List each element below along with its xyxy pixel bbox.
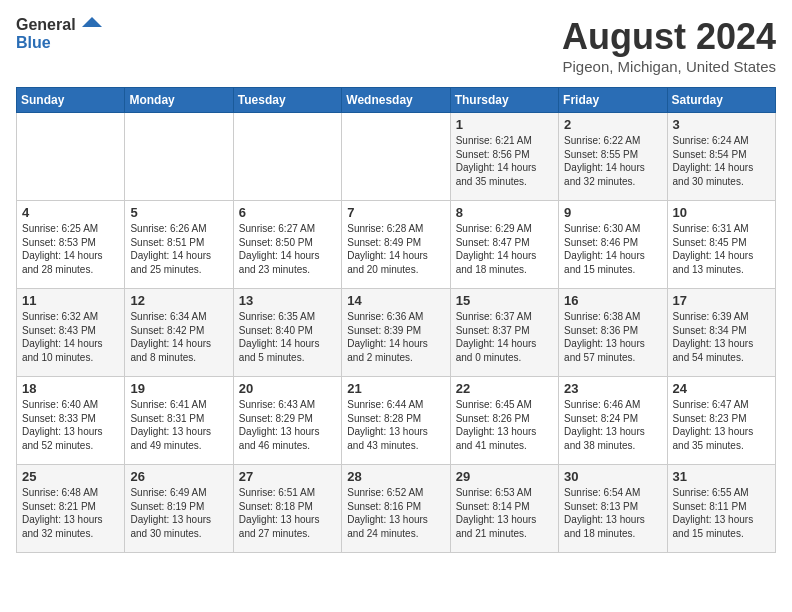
table-row bbox=[125, 113, 233, 201]
day-info: Sunrise: 6:41 AM Sunset: 8:31 PM Dayligh… bbox=[130, 398, 227, 452]
logo-blue: Blue bbox=[16, 34, 76, 52]
logo: General Blue bbox=[16, 16, 102, 51]
table-row: 20Sunrise: 6:43 AM Sunset: 8:29 PM Dayli… bbox=[233, 377, 341, 465]
table-row: 14Sunrise: 6:36 AM Sunset: 8:39 PM Dayli… bbox=[342, 289, 450, 377]
day-number: 26 bbox=[130, 469, 227, 484]
header-sunday: Sunday bbox=[17, 88, 125, 113]
day-number: 4 bbox=[22, 205, 119, 220]
day-number: 9 bbox=[564, 205, 661, 220]
day-info: Sunrise: 6:32 AM Sunset: 8:43 PM Dayligh… bbox=[22, 310, 119, 364]
day-info: Sunrise: 6:48 AM Sunset: 8:21 PM Dayligh… bbox=[22, 486, 119, 540]
day-info: Sunrise: 6:27 AM Sunset: 8:50 PM Dayligh… bbox=[239, 222, 336, 276]
header-friday: Friday bbox=[559, 88, 667, 113]
table-row: 23Sunrise: 6:46 AM Sunset: 8:24 PM Dayli… bbox=[559, 377, 667, 465]
day-number: 30 bbox=[564, 469, 661, 484]
day-info: Sunrise: 6:30 AM Sunset: 8:46 PM Dayligh… bbox=[564, 222, 661, 276]
day-info: Sunrise: 6:24 AM Sunset: 8:54 PM Dayligh… bbox=[673, 134, 770, 188]
day-info: Sunrise: 6:54 AM Sunset: 8:13 PM Dayligh… bbox=[564, 486, 661, 540]
day-number: 24 bbox=[673, 381, 770, 396]
header-monday: Monday bbox=[125, 88, 233, 113]
day-info: Sunrise: 6:55 AM Sunset: 8:11 PM Dayligh… bbox=[673, 486, 770, 540]
table-row: 12Sunrise: 6:34 AM Sunset: 8:42 PM Dayli… bbox=[125, 289, 233, 377]
table-row: 7Sunrise: 6:28 AM Sunset: 8:49 PM Daylig… bbox=[342, 201, 450, 289]
day-info: Sunrise: 6:47 AM Sunset: 8:23 PM Dayligh… bbox=[673, 398, 770, 452]
day-info: Sunrise: 6:22 AM Sunset: 8:55 PM Dayligh… bbox=[564, 134, 661, 188]
day-number: 29 bbox=[456, 469, 553, 484]
table-row: 10Sunrise: 6:31 AM Sunset: 8:45 PM Dayli… bbox=[667, 201, 775, 289]
calendar-table: Sunday Monday Tuesday Wednesday Thursday… bbox=[16, 87, 776, 553]
day-info: Sunrise: 6:39 AM Sunset: 8:34 PM Dayligh… bbox=[673, 310, 770, 364]
day-number: 27 bbox=[239, 469, 336, 484]
table-row: 26Sunrise: 6:49 AM Sunset: 8:19 PM Dayli… bbox=[125, 465, 233, 553]
calendar-week-row: 25Sunrise: 6:48 AM Sunset: 8:21 PM Dayli… bbox=[17, 465, 776, 553]
header-thursday: Thursday bbox=[450, 88, 558, 113]
table-row: 4Sunrise: 6:25 AM Sunset: 8:53 PM Daylig… bbox=[17, 201, 125, 289]
day-number: 28 bbox=[347, 469, 444, 484]
day-number: 7 bbox=[347, 205, 444, 220]
table-row: 1Sunrise: 6:21 AM Sunset: 8:56 PM Daylig… bbox=[450, 113, 558, 201]
day-number: 19 bbox=[130, 381, 227, 396]
day-info: Sunrise: 6:26 AM Sunset: 8:51 PM Dayligh… bbox=[130, 222, 227, 276]
logo-general: General bbox=[16, 16, 76, 34]
day-info: Sunrise: 6:45 AM Sunset: 8:26 PM Dayligh… bbox=[456, 398, 553, 452]
day-number: 23 bbox=[564, 381, 661, 396]
table-row: 13Sunrise: 6:35 AM Sunset: 8:40 PM Dayli… bbox=[233, 289, 341, 377]
day-number: 13 bbox=[239, 293, 336, 308]
day-number: 3 bbox=[673, 117, 770, 132]
day-number: 25 bbox=[22, 469, 119, 484]
logo-arrow-icon bbox=[82, 17, 102, 37]
table-row: 29Sunrise: 6:53 AM Sunset: 8:14 PM Dayli… bbox=[450, 465, 558, 553]
table-row bbox=[17, 113, 125, 201]
header-wednesday: Wednesday bbox=[342, 88, 450, 113]
day-number: 2 bbox=[564, 117, 661, 132]
page-header: General Blue August 2024 Pigeon, Michiga… bbox=[16, 16, 776, 75]
day-info: Sunrise: 6:34 AM Sunset: 8:42 PM Dayligh… bbox=[130, 310, 227, 364]
table-row: 28Sunrise: 6:52 AM Sunset: 8:16 PM Dayli… bbox=[342, 465, 450, 553]
day-info: Sunrise: 6:43 AM Sunset: 8:29 PM Dayligh… bbox=[239, 398, 336, 452]
svg-marker-0 bbox=[82, 17, 102, 27]
day-number: 14 bbox=[347, 293, 444, 308]
calendar-week-row: 4Sunrise: 6:25 AM Sunset: 8:53 PM Daylig… bbox=[17, 201, 776, 289]
table-row: 17Sunrise: 6:39 AM Sunset: 8:34 PM Dayli… bbox=[667, 289, 775, 377]
day-info: Sunrise: 6:31 AM Sunset: 8:45 PM Dayligh… bbox=[673, 222, 770, 276]
day-info: Sunrise: 6:29 AM Sunset: 8:47 PM Dayligh… bbox=[456, 222, 553, 276]
calendar-week-row: 1Sunrise: 6:21 AM Sunset: 8:56 PM Daylig… bbox=[17, 113, 776, 201]
day-info: Sunrise: 6:52 AM Sunset: 8:16 PM Dayligh… bbox=[347, 486, 444, 540]
day-info: Sunrise: 6:46 AM Sunset: 8:24 PM Dayligh… bbox=[564, 398, 661, 452]
day-number: 16 bbox=[564, 293, 661, 308]
day-number: 12 bbox=[130, 293, 227, 308]
table-row: 18Sunrise: 6:40 AM Sunset: 8:33 PM Dayli… bbox=[17, 377, 125, 465]
day-info: Sunrise: 6:28 AM Sunset: 8:49 PM Dayligh… bbox=[347, 222, 444, 276]
table-row: 6Sunrise: 6:27 AM Sunset: 8:50 PM Daylig… bbox=[233, 201, 341, 289]
table-row: 21Sunrise: 6:44 AM Sunset: 8:28 PM Dayli… bbox=[342, 377, 450, 465]
day-number: 1 bbox=[456, 117, 553, 132]
calendar-week-row: 11Sunrise: 6:32 AM Sunset: 8:43 PM Dayli… bbox=[17, 289, 776, 377]
day-info: Sunrise: 6:35 AM Sunset: 8:40 PM Dayligh… bbox=[239, 310, 336, 364]
day-info: Sunrise: 6:21 AM Sunset: 8:56 PM Dayligh… bbox=[456, 134, 553, 188]
table-row: 25Sunrise: 6:48 AM Sunset: 8:21 PM Dayli… bbox=[17, 465, 125, 553]
day-number: 22 bbox=[456, 381, 553, 396]
calendar-subtitle: Pigeon, Michigan, United States bbox=[562, 58, 776, 75]
calendar-title: August 2024 bbox=[562, 16, 776, 58]
title-area: August 2024 Pigeon, Michigan, United Sta… bbox=[562, 16, 776, 75]
table-row: 5Sunrise: 6:26 AM Sunset: 8:51 PM Daylig… bbox=[125, 201, 233, 289]
day-info: Sunrise: 6:37 AM Sunset: 8:37 PM Dayligh… bbox=[456, 310, 553, 364]
day-number: 21 bbox=[347, 381, 444, 396]
day-number: 8 bbox=[456, 205, 553, 220]
day-info: Sunrise: 6:36 AM Sunset: 8:39 PM Dayligh… bbox=[347, 310, 444, 364]
table-row: 24Sunrise: 6:47 AM Sunset: 8:23 PM Dayli… bbox=[667, 377, 775, 465]
day-number: 20 bbox=[239, 381, 336, 396]
day-info: Sunrise: 6:44 AM Sunset: 8:28 PM Dayligh… bbox=[347, 398, 444, 452]
table-row: 31Sunrise: 6:55 AM Sunset: 8:11 PM Dayli… bbox=[667, 465, 775, 553]
day-info: Sunrise: 6:51 AM Sunset: 8:18 PM Dayligh… bbox=[239, 486, 336, 540]
day-info: Sunrise: 6:38 AM Sunset: 8:36 PM Dayligh… bbox=[564, 310, 661, 364]
table-row: 9Sunrise: 6:30 AM Sunset: 8:46 PM Daylig… bbox=[559, 201, 667, 289]
table-row: 11Sunrise: 6:32 AM Sunset: 8:43 PM Dayli… bbox=[17, 289, 125, 377]
day-number: 6 bbox=[239, 205, 336, 220]
table-row bbox=[342, 113, 450, 201]
day-number: 11 bbox=[22, 293, 119, 308]
table-row: 15Sunrise: 6:37 AM Sunset: 8:37 PM Dayli… bbox=[450, 289, 558, 377]
table-row: 22Sunrise: 6:45 AM Sunset: 8:26 PM Dayli… bbox=[450, 377, 558, 465]
day-number: 5 bbox=[130, 205, 227, 220]
table-row: 27Sunrise: 6:51 AM Sunset: 8:18 PM Dayli… bbox=[233, 465, 341, 553]
